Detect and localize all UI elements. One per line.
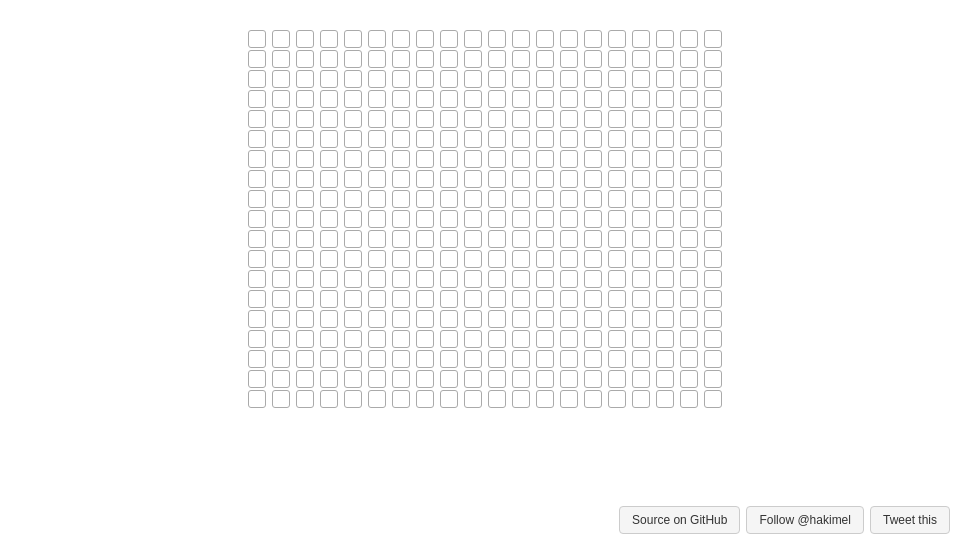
checkbox-item[interactable] — [272, 30, 290, 48]
checkbox-item[interactable] — [656, 150, 674, 168]
checkbox-item[interactable] — [272, 130, 290, 148]
checkbox-item[interactable] — [368, 110, 386, 128]
checkbox-item[interactable] — [608, 330, 626, 348]
checkbox-item[interactable] — [464, 310, 482, 328]
checkbox-item[interactable] — [320, 390, 338, 408]
checkbox-item[interactable] — [584, 230, 602, 248]
checkbox-item[interactable] — [368, 210, 386, 228]
checkbox-item[interactable] — [488, 370, 506, 388]
checkbox-item[interactable] — [560, 70, 578, 88]
checkbox-item[interactable] — [512, 110, 530, 128]
checkbox-item[interactable] — [680, 330, 698, 348]
checkbox-item[interactable] — [248, 190, 266, 208]
checkbox-item[interactable] — [344, 90, 362, 108]
checkbox-item[interactable] — [488, 250, 506, 268]
checkbox-item[interactable] — [512, 310, 530, 328]
checkbox-item[interactable] — [272, 330, 290, 348]
checkbox-item[interactable] — [512, 250, 530, 268]
checkbox-item[interactable] — [560, 290, 578, 308]
checkbox-item[interactable] — [608, 310, 626, 328]
checkbox-item[interactable] — [560, 110, 578, 128]
checkbox-item[interactable] — [320, 170, 338, 188]
checkbox-item[interactable] — [680, 310, 698, 328]
checkbox-item[interactable] — [248, 110, 266, 128]
checkbox-item[interactable] — [464, 390, 482, 408]
checkbox-item[interactable] — [632, 90, 650, 108]
checkbox-item[interactable] — [656, 250, 674, 268]
checkbox-item[interactable] — [272, 250, 290, 268]
checkbox-item[interactable] — [440, 330, 458, 348]
checkbox-item[interactable] — [488, 90, 506, 108]
checkbox-item[interactable] — [320, 310, 338, 328]
checkbox-item[interactable] — [344, 370, 362, 388]
checkbox-item[interactable] — [392, 210, 410, 228]
checkbox-item[interactable] — [440, 370, 458, 388]
checkbox-item[interactable] — [632, 150, 650, 168]
checkbox-item[interactable] — [296, 350, 314, 368]
checkbox-item[interactable] — [464, 50, 482, 68]
checkbox-item[interactable] — [512, 370, 530, 388]
checkbox-item[interactable] — [344, 150, 362, 168]
checkbox-item[interactable] — [320, 130, 338, 148]
checkbox-item[interactable] — [440, 30, 458, 48]
checkbox-item[interactable] — [488, 130, 506, 148]
checkbox-item[interactable] — [512, 390, 530, 408]
checkbox-item[interactable] — [512, 50, 530, 68]
checkbox-item[interactable] — [368, 310, 386, 328]
checkbox-item[interactable] — [272, 290, 290, 308]
checkbox-item[interactable] — [416, 350, 434, 368]
checkbox-item[interactable] — [512, 170, 530, 188]
checkbox-item[interactable] — [656, 90, 674, 108]
checkbox-item[interactable] — [272, 90, 290, 108]
checkbox-item[interactable] — [296, 190, 314, 208]
checkbox-item[interactable] — [584, 370, 602, 388]
checkbox-item[interactable] — [416, 390, 434, 408]
checkbox-item[interactable] — [320, 190, 338, 208]
checkbox-item[interactable] — [680, 210, 698, 228]
checkbox-item[interactable] — [608, 370, 626, 388]
checkbox-item[interactable] — [344, 70, 362, 88]
checkbox-item[interactable] — [632, 390, 650, 408]
checkbox-item[interactable] — [488, 210, 506, 228]
checkbox-item[interactable] — [584, 50, 602, 68]
checkbox-item[interactable] — [632, 250, 650, 268]
checkbox-item[interactable] — [512, 270, 530, 288]
checkbox-item[interactable] — [368, 30, 386, 48]
checkbox-item[interactable] — [632, 70, 650, 88]
checkbox-item[interactable] — [536, 210, 554, 228]
checkbox-item[interactable] — [560, 190, 578, 208]
checkbox-item[interactable] — [560, 310, 578, 328]
checkbox-item[interactable] — [440, 290, 458, 308]
checkbox-item[interactable] — [296, 390, 314, 408]
checkbox-item[interactable] — [272, 190, 290, 208]
checkbox-item[interactable] — [248, 230, 266, 248]
checkbox-item[interactable] — [368, 130, 386, 148]
checkbox-item[interactable] — [704, 170, 722, 188]
checkbox-item[interactable] — [392, 110, 410, 128]
checkbox-item[interactable] — [416, 250, 434, 268]
checkbox-item[interactable] — [416, 370, 434, 388]
checkbox-item[interactable] — [248, 290, 266, 308]
checkbox-item[interactable] — [536, 190, 554, 208]
checkbox-item[interactable] — [344, 130, 362, 148]
checkbox-item[interactable] — [704, 70, 722, 88]
checkbox-item[interactable] — [584, 270, 602, 288]
checkbox-item[interactable] — [536, 310, 554, 328]
checkbox-item[interactable] — [632, 290, 650, 308]
checkbox-item[interactable] — [488, 230, 506, 248]
checkbox-item[interactable] — [344, 390, 362, 408]
checkbox-item[interactable] — [488, 350, 506, 368]
checkbox-item[interactable] — [512, 30, 530, 48]
checkbox-item[interactable] — [440, 250, 458, 268]
checkbox-item[interactable] — [248, 310, 266, 328]
checkbox-item[interactable] — [440, 350, 458, 368]
checkbox-item[interactable] — [632, 270, 650, 288]
checkbox-item[interactable] — [536, 230, 554, 248]
checkbox-item[interactable] — [320, 90, 338, 108]
checkbox-item[interactable] — [608, 70, 626, 88]
checkbox-item[interactable] — [344, 30, 362, 48]
checkbox-item[interactable] — [704, 210, 722, 228]
checkbox-item[interactable] — [248, 70, 266, 88]
checkbox-item[interactable] — [344, 250, 362, 268]
checkbox-item[interactable] — [656, 50, 674, 68]
